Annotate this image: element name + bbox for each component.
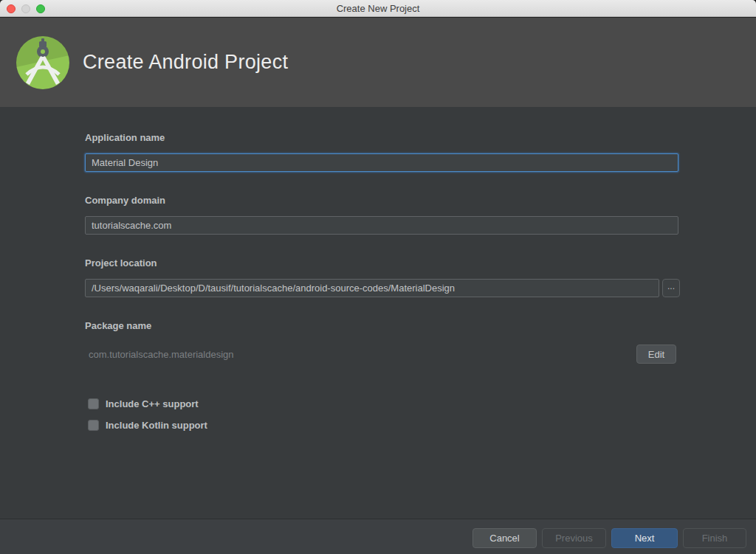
project-location-label: Project location [85, 257, 157, 269]
finish-button[interactable]: Finish [683, 528, 746, 548]
close-window-button[interactable] [7, 4, 16, 13]
company-domain-label: Company domain [85, 195, 165, 206]
package-name-label: Package name [85, 320, 151, 331]
page-title: Create Android Project [83, 51, 288, 74]
cpp-support-checkbox[interactable] [88, 398, 99, 409]
zoom-window-button[interactable] [36, 4, 45, 13]
browse-location-button[interactable]: ... [662, 279, 680, 297]
application-name-label: Application name [85, 132, 165, 143]
kotlin-support-checkbox[interactable] [88, 420, 99, 431]
next-button[interactable]: Next [611, 528, 678, 548]
window-title: Create New Project [337, 3, 420, 14]
company-domain-input[interactable] [85, 216, 678, 235]
android-studio-logo-icon [16, 36, 69, 89]
traffic-lights [7, 0, 45, 17]
cpp-support-label: Include C++ support [106, 398, 199, 409]
project-location-input[interactable] [85, 279, 659, 297]
titlebar: Create New Project [0, 0, 756, 17]
application-name-input[interactable] [85, 153, 678, 172]
form-panel: Application name Company domain Project … [0, 107, 756, 519]
cancel-button[interactable]: Cancel [472, 528, 537, 548]
package-name-value: com.tutorialscache.materialdesign [89, 349, 234, 360]
wizard-footer: Cancel Previous Next Finish [0, 519, 756, 554]
create-new-project-window: Create New Project Create Android Projec… [0, 0, 756, 554]
kotlin-support-label: Include Kotlin support [106, 420, 207, 431]
edit-package-button[interactable]: Edit [636, 344, 676, 364]
kotlin-support-row: Include Kotlin support [88, 420, 207, 431]
wizard-header: Create Android Project [0, 18, 756, 107]
minimize-window-button[interactable] [21, 4, 30, 13]
cpp-support-row: Include C++ support [88, 398, 199, 409]
previous-button[interactable]: Previous [542, 528, 606, 548]
